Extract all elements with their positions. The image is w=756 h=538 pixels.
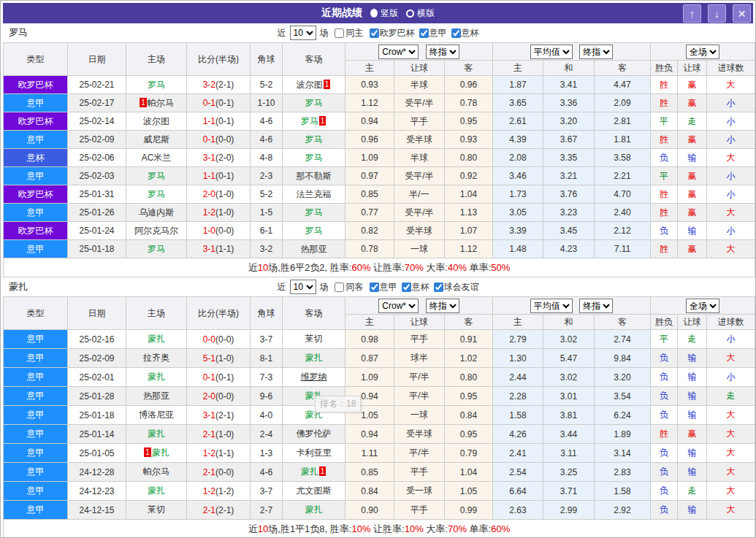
match-count-select[interactable]: 10 [290, 26, 316, 40]
competition-cell: 意甲 [4, 406, 68, 425]
team-link[interactable]: 乌迪内斯 [139, 207, 174, 218]
team-link[interactable]: 阿尔克马尔 [134, 226, 178, 236]
team-link[interactable]: 罗马 [148, 171, 165, 181]
handicap-home-odds-cell: 0.85 [345, 463, 394, 482]
result-cell: 负 [651, 501, 678, 520]
competition-checkbox[interactable] [451, 28, 461, 38]
away-team-cell: 罗马1 [283, 112, 345, 131]
team-link[interactable]: 尤文图斯 [297, 485, 332, 496]
match-count-select[interactable]: 10 [290, 280, 316, 294]
avg-home-odds-cell: 3.39 [493, 222, 543, 240]
team-link[interactable]: 罗马 [148, 80, 165, 90]
average-select[interactable]: 平均值 [530, 299, 573, 313]
team-link[interactable]: 罗马 [305, 98, 323, 108]
team-link[interactable]: 罗马 [148, 189, 165, 199]
handicap-line-cell: 受半球 [394, 425, 445, 444]
date-cell: 25-02-17 [68, 94, 126, 112]
team-link[interactable]: 蒙扎 [301, 466, 318, 477]
summary-segment: 70% [405, 262, 424, 273]
team-link[interactable]: 蒙扎 [305, 353, 323, 363]
team-name: 罗马 [9, 26, 28, 39]
col-header-type: 类型 [4, 297, 68, 330]
sub-col-header: 主 [345, 61, 394, 76]
scope-select[interactable]: 全场 [686, 45, 719, 59]
competition-checkbox[interactable] [370, 283, 379, 292]
team-link[interactable]: 帕尔马 [143, 466, 169, 477]
handicap-away-odds-cell: 0.80 [445, 368, 493, 387]
recent-results-window: 近期战绩 竖版 横版 ↑ ↓ ✕ 罗马 近 10 场 同主 欧罗巴杯意甲意杯 [0, 0, 756, 538]
team-link[interactable]: 莱切 [305, 334, 323, 344]
team-link[interactable]: 波尔图 [297, 80, 323, 90]
team-link[interactable]: 罗马 [305, 153, 323, 163]
odds-time-select[interactable]: 终指 [426, 299, 459, 313]
team-link[interactable]: 蒙扎 [148, 372, 165, 382]
layout-option-vertical[interactable]: 竖版 [370, 7, 398, 20]
goals-result-cell: 小 [707, 112, 755, 131]
team-link[interactable]: 威尼斯 [143, 134, 169, 145]
handicap-home-odds-cell: 0.84 [345, 482, 394, 501]
odds-company-select[interactable]: Crow* [378, 45, 419, 59]
team-link[interactable]: 法兰克福 [297, 189, 332, 199]
home-team-cell: 帕尔马 [126, 463, 187, 482]
average-select[interactable]: 平均值 [530, 45, 573, 59]
goals-result-cell: 大 [707, 240, 755, 258]
same-venue-checkbox[interactable] [335, 283, 344, 292]
competition-checkbox[interactable] [419, 28, 429, 38]
team-link[interactable]: 罗马 [305, 134, 323, 145]
avg-draw-odds-cell: 3.36 [543, 94, 595, 112]
avg-home-odds-cell: 1.73 [493, 185, 543, 204]
halftime-score: (1-1) [215, 244, 234, 254]
team-link[interactable]: 蒙扎 [148, 334, 165, 344]
competition-checkbox[interactable] [402, 283, 411, 292]
team-link[interactable]: 卡利亚里 [297, 447, 332, 458]
close-button[interactable]: ✕ [733, 4, 751, 23]
home-team-cell: 热那亚 [126, 387, 187, 406]
odds-company-select[interactable]: Crow* [378, 299, 419, 313]
home-team-cell: 博洛尼亚 [126, 406, 187, 425]
team-link[interactable]: 蒙扎 [148, 485, 165, 496]
team-link[interactable]: 莱切 [148, 504, 165, 515]
competition-checkbox[interactable] [434, 283, 443, 292]
team-link[interactable]: 博洛尼亚 [139, 410, 174, 420]
team-link[interactable]: 佛罗伦萨 [297, 429, 332, 439]
competition-checkbox[interactable] [370, 28, 379, 38]
move-up-button[interactable]: ↑ [683, 4, 701, 23]
result-cell: 负 [651, 349, 678, 368]
odds-time-select[interactable]: 终指 [426, 45, 459, 59]
team-link[interactable]: 罗马 [305, 207, 323, 218]
match-row: 意甲25-02-171帕尔马0-1(0-1)1-10罗马1.12受平/半0.78… [4, 94, 755, 112]
average-time-select[interactable]: 终指 [579, 45, 613, 59]
team-link[interactable]: AC米兰 [142, 153, 172, 163]
summary-segment: 60% [351, 262, 370, 273]
fulltime-score: 1-1 [203, 171, 215, 181]
same-venue-checkbox[interactable] [335, 28, 344, 38]
team-link[interactable]: 罗马 [148, 244, 165, 254]
team-link[interactable]: 蒙扎 [305, 504, 323, 515]
layout-option-horizontal[interactable]: 横版 [406, 7, 435, 20]
scope-select[interactable]: 全场 [686, 299, 719, 313]
team-link[interactable]: 罗马 [305, 226, 323, 236]
handicap-away-odds-cell: 0.91 [445, 330, 493, 349]
handicap-result-cell: 赢 [678, 131, 707, 149]
team-link[interactable]: 热那亚 [301, 244, 327, 254]
team-link[interactable]: 帕尔马 [148, 98, 174, 108]
team-link[interactable]: 那不勒斯 [297, 171, 332, 181]
team-link[interactable]: 热那亚 [143, 391, 169, 401]
team-link[interactable]: 罗马 [301, 116, 318, 126]
competition-filter: 意甲 [365, 281, 397, 293]
match-row: 意甲25-02-01蒙扎0-1(0-1)7-3维罗纳1.09平/半0.802.4… [4, 368, 755, 387]
team-link[interactable]: 波尔图 [143, 116, 169, 126]
sub-col-header: 客 [445, 61, 493, 76]
handicap-away-odds-cell: 0.84 [445, 406, 493, 425]
team-link[interactable]: 蒙扎 [148, 429, 165, 439]
team-link[interactable]: 蒙扎 [152, 447, 169, 458]
average-time-select[interactable]: 终指 [579, 299, 613, 313]
team-link[interactable]: 拉齐奥 [143, 353, 169, 363]
team-link[interactable]: 维罗纳 [301, 372, 327, 382]
sub-col-header: 主 [345, 315, 394, 330]
move-down-button[interactable]: ↓ [708, 4, 726, 23]
score-cell: 5-1(1-0) [187, 349, 251, 368]
corners-cell: 3-7 [251, 482, 283, 501]
handicap-line-cell: 一球 [394, 406, 445, 425]
fulltime-score: 5-1 [203, 353, 215, 364]
